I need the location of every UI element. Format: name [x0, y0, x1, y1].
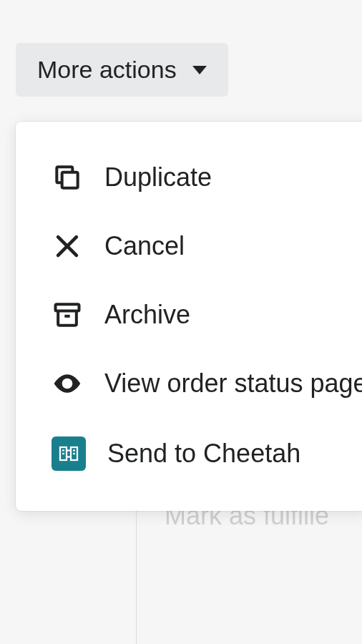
menu-item-label: Cancel — [104, 231, 185, 261]
more-actions-button[interactable]: More actions — [16, 43, 228, 97]
menu-item-label: Duplicate — [104, 162, 212, 192]
more-actions-label: More actions — [37, 56, 177, 84]
cancel-icon — [52, 230, 83, 262]
svg-point-5 — [64, 381, 69, 386]
svg-rect-0 — [62, 172, 78, 188]
caret-down-icon — [192, 66, 207, 74]
menu-item-label: Archive — [104, 300, 190, 330]
menu-item-cancel[interactable]: Cancel — [16, 212, 362, 280]
eye-icon — [52, 368, 83, 399]
cheetah-app-icon — [52, 436, 86, 471]
menu-item-label: View order status page — [104, 369, 362, 399]
svg-rect-3 — [56, 304, 79, 311]
duplicate-icon — [52, 162, 83, 193]
archive-icon — [52, 299, 83, 331]
menu-item-send-cheetah[interactable]: Send to Cheetah — [16, 418, 362, 489]
menu-item-archive[interactable]: Archive — [16, 280, 362, 349]
menu-item-view-status[interactable]: View order status page — [16, 349, 362, 418]
menu-item-duplicate[interactable]: Duplicate — [16, 143, 362, 212]
more-actions-dropdown: Duplicate Cancel Archive View or — [16, 122, 362, 511]
menu-item-label: Send to Cheetah — [107, 439, 300, 469]
